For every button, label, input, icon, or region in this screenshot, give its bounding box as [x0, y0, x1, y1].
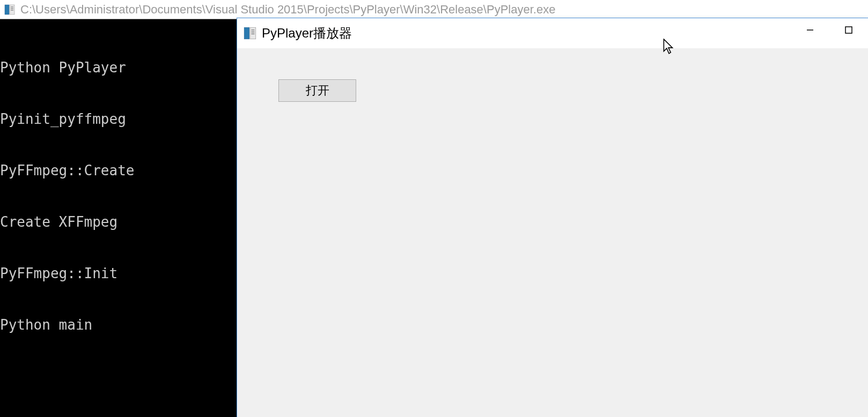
console-titlebar[interactable]: C:\Users\Administrator\Documents\Visual … [0, 0, 868, 19]
svg-rect-6 [250, 27, 256, 39]
player-body: 打开 [237, 48, 868, 417]
player-window: PyPlayer播放器 打开 [237, 18, 868, 417]
maximize-button[interactable] [829, 18, 868, 42]
player-title: PyPlayer播放器 [262, 25, 352, 42]
console-line: Create XFFmpeg [0, 213, 237, 230]
console-line: Pyinit_pyffmpeg [0, 110, 237, 128]
minimize-button[interactable] [791, 18, 829, 42]
player-app-icon [244, 27, 256, 40]
console-output[interactable]: Python PyPlayer Pyinit_pyffmpeg PyFFmpeg… [0, 19, 237, 417]
console-title: C:\Users\Administrator\Documents\Visual … [20, 3, 555, 17]
console-line: Python main [0, 316, 237, 333]
console-app-icon [4, 4, 15, 15]
player-titlebar[interactable]: PyPlayer播放器 [237, 18, 868, 48]
window-controls [791, 18, 868, 48]
svg-rect-0 [5, 5, 9, 14]
svg-rect-5 [244, 27, 249, 39]
console-line: PyFFmpeg::Init [0, 265, 237, 282]
open-button[interactable]: 打开 [278, 79, 356, 102]
console-line: PyFFmpeg::Create [0, 162, 237, 179]
svg-rect-1 [10, 5, 14, 14]
svg-rect-11 [845, 27, 852, 33]
console-line: Python PyPlayer [0, 59, 237, 76]
